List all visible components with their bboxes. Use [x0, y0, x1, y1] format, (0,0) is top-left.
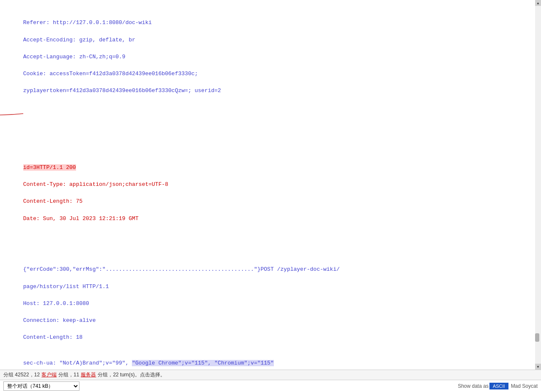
mad-soycat-label: Mad Soycat [511, 383, 538, 389]
log-line-7: id=3HTTP/1.1 200 [23, 164, 76, 171]
status-bar: 分组 42522，12 客户端 分组，11 服务器 分组，22 turn(s)。… [0, 370, 541, 380]
log-line-12: {"errCode":300,"errMsg":"...............… [23, 266, 340, 272]
log-line-4: Cookie: accessToken=f412d3a0378d42439ee0… [23, 71, 198, 77]
log-line-15: Connection: keep-alive [23, 317, 96, 324]
log-line-17: sec-ch-ua: "Not/A)Brand";v="99", "Google… [23, 360, 274, 366]
ascii-button[interactable]: ASCII [489, 383, 508, 389]
scrollbar-down-arrow[interactable]: ▼ [535, 364, 541, 370]
chrome-highlight: "Google Chrome";v="115", "Chromium";v="1… [132, 360, 273, 366]
log-line-5: zyplayertoken=f412d3a0378d42439ee016b06e… [23, 87, 221, 94]
curve-underline-userid2 [0, 112, 23, 117]
log-line-13: page/history/list HTTP/1.1 [23, 283, 109, 290]
main-content: Referer: http://127.0.0.1:8080/doc-wiki … [0, 0, 541, 392]
show-data-label: Show data as [458, 383, 489, 389]
id-highlight: id=3HTTP/1.1 200 [23, 164, 76, 171]
client-link[interactable]: 客户端 [41, 371, 57, 378]
conversation-selector-group: 整个对话（741 kB） [3, 381, 79, 391]
scrollbar-thumb[interactable] [535, 333, 539, 342]
log-line-14: Host: 127.0.0.1:8080 [23, 300, 89, 307]
log-area: Referer: http://127.0.0.1:8080/doc-wiki … [0, 0, 541, 370]
scrollbar-up-arrow[interactable]: ▲ [535, 0, 541, 6]
log-line-8: Content-Type: application/json;charset=U… [23, 181, 168, 188]
scrollbar-track[interactable]: ▲ ▼ [535, 0, 541, 370]
status-text-mid1: 分组，11 [58, 371, 79, 378]
log-line-9: Content-Length: 75 [23, 198, 82, 204]
log-line-10: Date: Sun, 30 Jul 2023 12:21:19 GMT [23, 215, 139, 222]
log-line-2: Accept-Encoding: gzip, deflate, br [23, 37, 135, 43]
bottom-bar: 整个对话（741 kB） Show data as ASCII Mad Soyc… [0, 380, 541, 392]
log-line-16: Content-Length: 18 [23, 334, 82, 340]
server-link[interactable]: 服务器 [81, 371, 96, 378]
log-text: Referer: http://127.0.0.1:8080/doc-wiki … [3, 2, 533, 370]
show-data-group: Show data as ASCII Mad Soycat [458, 383, 538, 389]
log-line-1: Referer: http://127.0.0.1:8080/doc-wiki [23, 19, 152, 26]
conversation-select[interactable]: 整个对话（741 kB） [3, 381, 79, 391]
status-text-mid2: 分组，22 turn(s)。点击选择。 [98, 371, 165, 378]
status-text-before: 分组 42522，12 [3, 371, 40, 378]
log-line-3: Accept-Language: zh-CN,zh;q=0.9 [23, 54, 126, 60]
